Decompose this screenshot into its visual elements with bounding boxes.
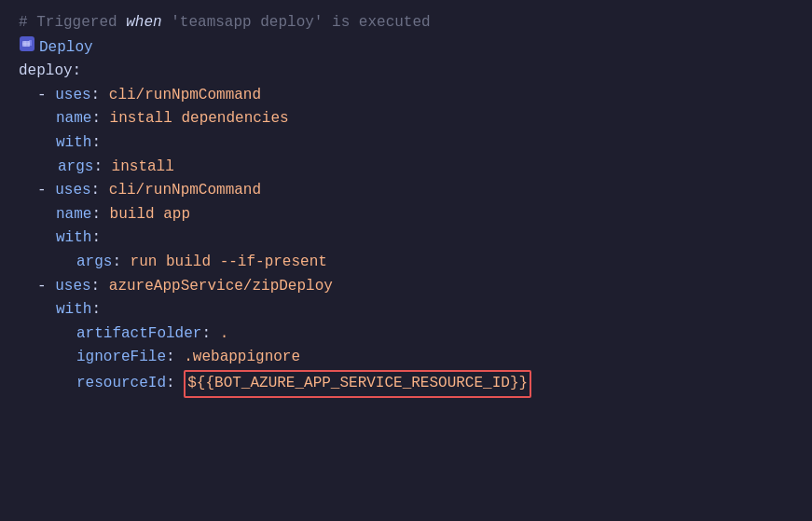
key-ignorefile: ignoreFile — [76, 346, 166, 370]
line-deploy-key: deploy: — [19, 60, 793, 84]
key-uses-2: uses — [55, 179, 90, 203]
value-args-1: install — [112, 156, 174, 180]
line-uses-2: - uses: cli/runNpmCommand — [19, 179, 793, 203]
key-name-2: name — [56, 203, 91, 227]
value-ignorefile: .webappignore — [184, 346, 300, 370]
line-name-2: name: build app — [19, 203, 793, 227]
value-resourceid: ${{BOT_AZURE_APP_SERVICE_RESOURCE_ID}} — [184, 370, 531, 398]
line-with-1: with: — [19, 131, 793, 156]
value-artifact: . — [220, 322, 229, 347]
key-resourceid: resourceId — [76, 372, 166, 396]
code-editor: # Triggered when 'teamsapp deploy' is ex… — [0, 0, 812, 521]
line-resourceid: resourceId: ${{BOT_AZURE_APP_SERVICE_RES… — [19, 370, 793, 398]
value-name-2: build app — [110, 203, 190, 227]
deploy-colon: : — [73, 60, 82, 84]
key-args-1: args — [58, 156, 93, 180]
key-with-3: with — [56, 298, 91, 322]
line-args-1: args: install — [19, 156, 793, 180]
line-with-3: with: — [19, 298, 793, 322]
line-uses-3: - uses: azureAppService/zipDeploy — [19, 275, 793, 299]
comment-when: when — [126, 11, 161, 35]
key-uses-1: uses — [55, 84, 90, 108]
deploy-key: deploy — [19, 60, 73, 84]
teams-icon — [19, 35, 35, 52]
dash-2: - — [37, 179, 55, 203]
line-deploy-icon: Deploy — [19, 35, 793, 61]
value-uses-3: azureAppService/zipDeploy — [109, 275, 333, 299]
line-with-2: with: — [19, 226, 793, 251]
key-with-2: with — [56, 226, 91, 251]
line-uses-1: - uses: cli/runNpmCommand — [19, 84, 793, 108]
line-name-1: name: install dependencies — [19, 107, 793, 131]
dash-1: - — [37, 84, 55, 108]
line-ignorefile: ignoreFile: .webappignore — [19, 346, 793, 370]
comment-hash: # Triggered — [19, 11, 126, 35]
key-name-1: name — [56, 107, 91, 131]
value-name-1: install dependencies — [110, 107, 289, 131]
line-args-2: args: run build --if-present — [19, 251, 793, 275]
value-uses-1: cli/runNpmCommand — [109, 84, 261, 108]
value-args-2: run build --if-present — [131, 251, 327, 275]
deploy-label: Deploy — [39, 36, 93, 61]
line-comment: # Triggered when 'teamsapp deploy' is ex… — [19, 11, 793, 35]
key-uses-3: uses — [55, 275, 90, 299]
comment-rest: 'teamsapp deploy' is executed — [162, 11, 431, 35]
line-artifact: artifactFolder: . — [19, 322, 793, 347]
key-with-1: with — [56, 131, 91, 156]
key-artifact: artifactFolder — [76, 322, 201, 347]
dash-3: - — [37, 275, 55, 299]
value-uses-2: cli/runNpmCommand — [109, 179, 261, 203]
key-args-2: args — [76, 251, 112, 275]
